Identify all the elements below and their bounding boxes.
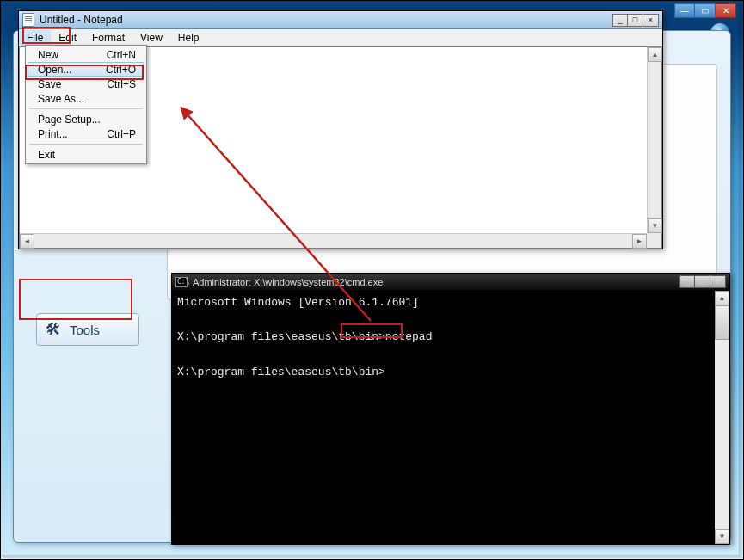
notepad-scrollbar-horizontal[interactable]: ◄ ► — [20, 233, 647, 248]
cmd-controls: _ □ × — [679, 275, 726, 288]
tools-label: Tools — [70, 323, 100, 337]
file-menu-exit[interactable]: Exit — [28, 147, 144, 162]
notepad-controls: _ □ × — [612, 14, 659, 27]
cmd-body[interactable]: Microsoft Windows [Version 6.1.7601] X:\… — [172, 291, 729, 385]
file-menu-save-as[interactable]: Save As... — [28, 91, 144, 106]
menu-label: Print... — [38, 128, 68, 140]
scroll-down-icon[interactable]: ▼ — [715, 529, 729, 544]
cmd-icon: C:\ — [175, 277, 188, 287]
scroll-right-icon[interactable]: ► — [632, 234, 647, 249]
notepad-title: Untitled - Notepad — [40, 14, 123, 26]
tools-icon: 🛠 — [46, 321, 61, 339]
cmd-line: X:\program files\easeus\tb\bin>notepad — [177, 330, 432, 343]
notepad-close-button[interactable]: × — [643, 14, 659, 27]
notepad-titlebar[interactable]: Untitled - Notepad _ □ × — [19, 11, 662, 29]
cmd-titlebar[interactable]: C:\ Administrator: X:\windows\system32\c… — [172, 274, 729, 291]
file-menu-new[interactable]: New Ctrl+N — [28, 47, 144, 62]
bg-minimize-button[interactable]: — — [674, 3, 695, 18]
menu-label: Open... — [38, 64, 71, 76]
menu-shortcut: Ctrl+N — [107, 49, 136, 61]
notepad-maximize-button[interactable]: □ — [628, 14, 643, 27]
cmd-maximize-button[interactable]: □ — [695, 275, 710, 288]
menu-label: Page Setup... — [38, 114, 101, 126]
menu-file[interactable]: File — [19, 30, 51, 46]
menu-separator — [29, 144, 143, 145]
menu-label: Save As... — [38, 93, 84, 105]
menu-shortcut: Ctrl+O — [106, 64, 136, 76]
scroll-left-icon[interactable]: ◄ — [20, 234, 34, 249]
notepad-scrollbar-vertical[interactable]: ▲ ▼ — [647, 47, 661, 233]
menu-shortcut: Ctrl+P — [107, 128, 136, 140]
bg-close-button[interactable]: ✕ — [716, 3, 736, 18]
cmd-line: X:\program files\easeus\tb\bin> — [177, 366, 385, 378]
cmd-minimize-button[interactable]: _ — [679, 275, 695, 288]
menu-label: New — [38, 49, 58, 61]
menu-shortcut: Ctrl+S — [107, 78, 136, 90]
menu-separator — [29, 108, 143, 109]
cmd-window: C:\ Administrator: X:\windows\system32\c… — [171, 273, 730, 545]
menu-edit[interactable]: Edit — [51, 30, 84, 46]
file-menu-print[interactable]: Print... Ctrl+P — [28, 126, 144, 141]
cmd-close-button[interactable]: × — [710, 275, 726, 288]
desktop-background: — ▭ ✕ ? 👥 Windows shell command 🖥 Device… — [0, 0, 744, 560]
scroll-up-icon[interactable]: ▲ — [715, 291, 729, 305]
cmd-scrollbar-vertical[interactable]: ▲ ▼ — [715, 291, 729, 544]
cmd-line: Microsoft Windows [Version 6.1.7601] — [177, 296, 419, 309]
scroll-thumb[interactable] — [715, 305, 729, 340]
notepad-minimize-button[interactable]: _ — [612, 14, 628, 27]
scroll-up-icon[interactable]: ▲ — [648, 47, 662, 62]
cmd-title: Administrator: X:\windows\system32\cmd.e… — [193, 277, 383, 287]
file-menu-page-setup[interactable]: Page Setup... — [28, 112, 144, 126]
menu-label: Save — [38, 78, 61, 90]
menu-view[interactable]: View — [132, 30, 170, 46]
notepad-menubar: File Edit Format View Help — [19, 29, 662, 46]
scroll-corner — [647, 233, 661, 248]
menu-help[interactable]: Help — [170, 30, 207, 46]
file-menu-save[interactable]: Save Ctrl+S — [28, 77, 144, 91]
tools-button[interactable]: 🛠 Tools — [36, 313, 139, 346]
menu-format[interactable]: Format — [84, 30, 132, 46]
file-menu-open[interactable]: Open... Ctrl+O — [28, 62, 144, 77]
file-menu-dropdown: New Ctrl+N Open... Ctrl+O Save Ctrl+S Sa… — [25, 45, 147, 164]
bg-window-controls: — ▭ ✕ — [674, 3, 736, 18]
menu-label: Exit — [38, 149, 55, 161]
scroll-down-icon[interactable]: ▼ — [648, 218, 662, 233]
notepad-icon — [22, 13, 34, 27]
bg-maximize-button[interactable]: ▭ — [695, 3, 716, 18]
